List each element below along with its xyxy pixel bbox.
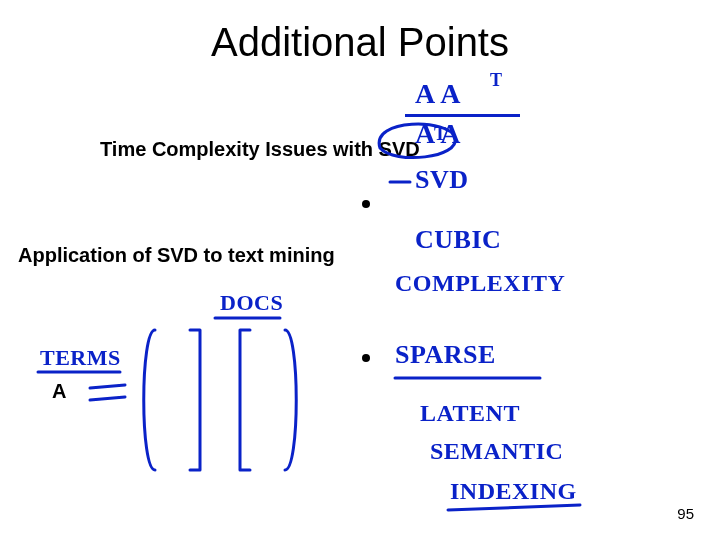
annotation-fraction-bar (405, 114, 520, 117)
annotation-indexing: INDEXING (450, 478, 577, 505)
annotation-aat-numerator: A A (415, 78, 461, 110)
svg-line-0 (90, 385, 125, 388)
annotation-transpose-superscript-2: T (434, 124, 446, 145)
annotation-svd: SVD (415, 165, 469, 195)
annotation-cubic: CUBIC (415, 225, 501, 255)
annotation-semantic: SEMANTIC (430, 438, 563, 465)
svg-line-1 (90, 397, 125, 400)
subheading-text-mining: Application of SVD to text mining (18, 244, 335, 267)
page-number: 95 (677, 505, 694, 522)
annotation-terms: TERMS (40, 345, 121, 371)
handwritten-marks-svg (0, 0, 720, 540)
slide-title: Additional Points (0, 20, 720, 65)
annotation-sparse: SPARSE (395, 340, 496, 370)
annotation-docs: DOCS (220, 290, 283, 316)
matrix-label-a: A (52, 380, 66, 403)
annotation-transpose-superscript-1: T (490, 70, 503, 91)
bullet-dot-1 (362, 200, 370, 208)
annotation-complexity: COMPLEXITY (395, 270, 565, 297)
svg-line-4 (448, 505, 580, 510)
annotation-latent: LATENT (420, 400, 520, 427)
bullet-dot-2 (362, 354, 370, 362)
annotation-aat-denominator: A A (415, 118, 461, 150)
subheading-time-complexity: Time Complexity Issues with SVD (100, 138, 420, 161)
handwritten-annotations: A A T A A T SVD CUBIC COMPLEXITY SPARSE … (0, 0, 720, 540)
